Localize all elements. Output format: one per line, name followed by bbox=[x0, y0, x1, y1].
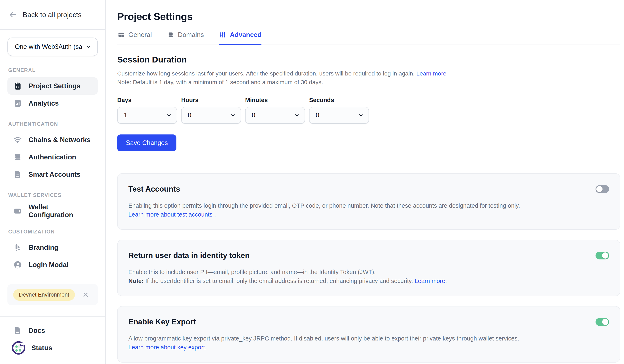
tab-label: General bbox=[128, 31, 152, 39]
devnet-close-button[interactable] bbox=[82, 291, 89, 298]
back-to-projects-button[interactable]: Back to all projects bbox=[0, 0, 105, 30]
cookie-icon[interactable] bbox=[10, 340, 27, 356]
table-icon bbox=[118, 31, 125, 38]
test-accounts-card: Test Accounts Enabling this option permi… bbox=[117, 173, 620, 230]
sidebar-content: One with Web3Auth (sap GENERAL Project S… bbox=[0, 38, 105, 305]
select-value: 0 bbox=[316, 112, 319, 119]
key-export-learn-more-link[interactable]: Learn more about key export. bbox=[128, 344, 207, 351]
test-accounts-learn-more-link[interactable]: Learn more about test accounts bbox=[128, 211, 212, 218]
note-label: Note: bbox=[128, 278, 144, 284]
session-duration-description: Customize how long sessions last for you… bbox=[117, 69, 620, 86]
minutes-select[interactable]: 0 bbox=[245, 107, 305, 124]
sidebar-item-status[interactable]: Status bbox=[7, 339, 98, 357]
clipboard-icon bbox=[13, 81, 22, 91]
sidebar-item-docs[interactable]: Docs bbox=[7, 322, 98, 339]
select-value: 1 bbox=[124, 112, 127, 119]
analytics-icon bbox=[13, 99, 22, 108]
sidebar-item-project-settings[interactable]: Project Settings bbox=[7, 77, 98, 95]
card-description: Enable this to include user PII—email, p… bbox=[128, 268, 533, 285]
days-select[interactable]: 1 bbox=[117, 107, 177, 124]
field-label: Hours bbox=[181, 97, 241, 103]
card-title: Enable Key Export bbox=[128, 317, 196, 326]
key-export-toggle[interactable] bbox=[596, 318, 609, 326]
session-duration-title: Session Duration bbox=[117, 55, 620, 65]
project-selector[interactable]: One with Web3Auth (sap bbox=[7, 38, 98, 56]
sidebar-item-login-modal[interactable]: Login Modal bbox=[7, 256, 98, 273]
sidebar-item-label: Branding bbox=[28, 243, 58, 251]
duration-fields: Days 1 Hours 0 Minutes 0 bbox=[117, 97, 620, 124]
tab-domains[interactable]: Domains bbox=[167, 31, 204, 45]
card-description: Allow programmatic key export via privat… bbox=[128, 334, 533, 352]
database-icon bbox=[167, 31, 174, 38]
toggle-knob bbox=[602, 319, 608, 325]
card-description-text: Enable this to include user PII—email, p… bbox=[128, 268, 533, 277]
arrow-left-icon bbox=[8, 10, 17, 19]
page-title: Project Settings bbox=[117, 11, 620, 22]
sidebar-item-branding[interactable]: Branding bbox=[7, 239, 98, 256]
sidebar: Back to all projects One with Web3Auth (… bbox=[0, 0, 106, 364]
test-accounts-toggle[interactable] bbox=[596, 185, 609, 193]
section-label-customization: CUSTOMIZATION bbox=[8, 229, 98, 235]
sidebar-item-smart-accounts[interactable]: Smart Accounts bbox=[7, 166, 98, 183]
brush-icon bbox=[13, 243, 22, 252]
app-window: Back to all projects One with Web3Auth (… bbox=[0, 0, 624, 364]
chevron-down-icon bbox=[358, 113, 364, 118]
card-description-text: Allow programmatic key export via privat… bbox=[128, 334, 533, 343]
card-description-text: Enabling this option permits login throu… bbox=[128, 202, 520, 209]
identity-token-toggle[interactable] bbox=[596, 252, 609, 259]
key-export-card: Enable Key Export Allow programmatic key… bbox=[117, 306, 620, 363]
devnet-badge: Devnet Environment bbox=[13, 289, 75, 301]
sidebar-item-label: Chains & Networks bbox=[28, 136, 91, 144]
card-title: Test Accounts bbox=[128, 185, 180, 194]
sidebar-item-label: Wallet Configuration bbox=[28, 203, 92, 219]
tab-label: Advanced bbox=[230, 31, 261, 39]
chevron-down-icon bbox=[230, 113, 236, 118]
document-icon bbox=[13, 170, 22, 179]
back-label: Back to all projects bbox=[23, 11, 81, 19]
section-label-wallet-services: WALLET SERVICES bbox=[8, 192, 98, 198]
tab-bar: General Domains Advanced bbox=[117, 31, 620, 45]
sidebar-item-label: Analytics bbox=[28, 99, 59, 107]
sidebar-footer: Docs Status bbox=[0, 316, 105, 364]
devnet-banner: Devnet Environment bbox=[7, 284, 98, 305]
field-days: Days 1 bbox=[117, 97, 177, 124]
select-value: 0 bbox=[252, 112, 255, 119]
sidebar-item-authentication[interactable]: Authentication bbox=[7, 148, 98, 166]
section-divider bbox=[117, 163, 620, 163]
session-description-text: Customize how long sessions last for you… bbox=[117, 70, 415, 77]
field-minutes: Minutes 0 bbox=[245, 97, 305, 124]
main-content: Project Settings General Domains bbox=[106, 0, 624, 364]
seconds-select[interactable]: 0 bbox=[309, 107, 369, 124]
note-text: If the userIdentifier is set to email, o… bbox=[144, 278, 415, 284]
sidebar-item-wallet-configuration[interactable]: Wallet Configuration bbox=[7, 202, 98, 220]
toggle-knob bbox=[596, 186, 602, 192]
wifi-icon bbox=[13, 135, 22, 144]
tab-advanced[interactable]: Advanced bbox=[219, 31, 261, 45]
hours-select[interactable]: 0 bbox=[181, 107, 241, 124]
document-icon bbox=[13, 326, 22, 335]
toggle-knob bbox=[602, 252, 608, 259]
save-changes-button[interactable]: Save Changes bbox=[117, 134, 176, 151]
identity-token-learn-more-link[interactable]: Learn more. bbox=[415, 278, 447, 284]
chevron-down-icon bbox=[86, 44, 92, 50]
session-learn-more-link[interactable]: Learn more bbox=[416, 70, 446, 77]
sidebar-item-analytics[interactable]: Analytics bbox=[7, 95, 98, 112]
sidebar-item-label: Docs bbox=[28, 327, 45, 335]
sidebar-item-chains-networks[interactable]: Chains & Networks bbox=[7, 131, 98, 148]
project-selector-value: One with Web3Auth (sap bbox=[15, 43, 82, 50]
sidebar-item-label: Status bbox=[31, 344, 52, 352]
field-label: Minutes bbox=[245, 97, 305, 103]
section-label-authentication: AUTHENTICATION bbox=[8, 121, 98, 127]
chevron-down-icon bbox=[294, 113, 300, 118]
sidebar-item-label: Login Modal bbox=[28, 261, 69, 269]
identity-token-card: Return user data in identity token Enabl… bbox=[117, 240, 620, 296]
user-icon bbox=[13, 260, 22, 269]
select-value: 0 bbox=[188, 112, 191, 119]
section-label-general: GENERAL bbox=[8, 67, 98, 73]
link-suffix: . bbox=[212, 211, 216, 218]
tab-label: Domains bbox=[178, 31, 204, 39]
database-icon bbox=[13, 153, 22, 162]
sidebar-item-label: Project Settings bbox=[28, 82, 80, 90]
card-title: Return user data in identity token bbox=[128, 251, 250, 260]
tab-general[interactable]: General bbox=[118, 31, 152, 45]
